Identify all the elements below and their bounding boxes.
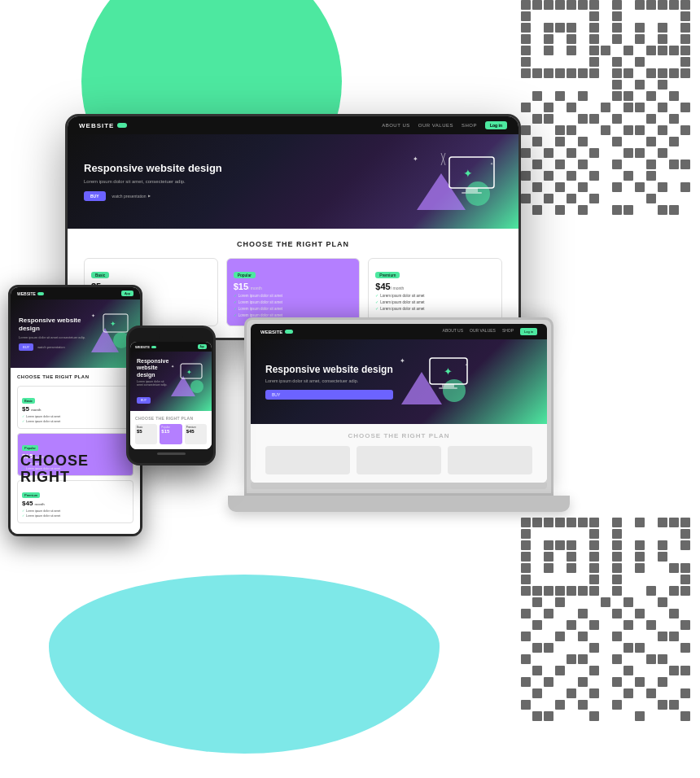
laptop-pricing-section: CHOOSE THE RIGHT PLAN [251,424,547,483]
card-feature-premium-3: Lorem ipsum dolor sit amet [375,306,495,311]
blob-cyan-decoration [49,575,440,754]
svg-rect-68 [578,91,588,101]
svg-rect-19 [544,23,553,33]
svg-rect-204 [612,609,622,618]
laptop-nav-values: OUR VALUES [470,328,496,335]
tablet-pricing-title: CHOOSE THE RIGHT PLAN [17,374,133,379]
svg-rect-214 [555,632,565,641]
phone-mini-card-3: Premium $45 [185,424,207,444]
svg-rect-216 [612,632,622,641]
svg-text:✦: ✦ [400,357,405,365]
svg-text:✦: ✦ [463,167,473,180]
svg-rect-185 [521,586,531,596]
svg-rect-76 [601,103,610,112]
tablet-cta-button[interactable]: App [121,291,133,296]
svg-rect-22 [589,23,599,33]
svg-rect-165 [680,540,690,550]
svg-rect-69 [612,91,622,101]
laptop-login-button[interactable]: Log in [520,328,537,335]
svg-rect-283 [442,384,454,387]
svg-rect-130 [544,194,553,203]
svg-rect-127 [658,182,667,192]
tablet-price-premium: $45 month [22,500,129,507]
card-price-premium: $45/ month [375,282,495,291]
svg-rect-169 [589,552,599,562]
svg-rect-166 [521,552,531,562]
svg-rect-163 [635,540,645,550]
svg-rect-126 [635,182,645,192]
svg-rect-8 [612,0,622,10]
monitor-navbar: WEBSITE ABOUT US OUR VALUES SHOP Log in [68,116,518,134]
monitor-buy-button[interactable]: BUY [84,191,106,201]
svg-rect-23 [612,23,622,33]
monitor-login-button[interactable]: Log in [485,121,507,129]
svg-rect-201 [521,609,531,618]
tablet-hero-subtitle: Lorem ipsum dolor sit amet consectetuer … [19,335,87,339]
svg-rect-89 [555,125,565,135]
svg-rect-197 [555,597,565,607]
phone-hero-title: Responsive website design [137,358,168,378]
svg-rect-107 [635,148,645,158]
phone-pricing-section: CHOOSE THE RIGHT PLAN Basic $5 Popular $… [130,411,212,449]
svg-rect-248 [680,688,690,698]
svg-rect-100 [646,137,656,146]
svg-rect-40 [623,46,633,55]
monitor-nav-about: ABOUT US [382,123,410,128]
svg-rect-131 [567,194,576,203]
tablet-buy-button[interactable]: BUY [19,343,33,351]
card-badge-premium: Premium [375,272,400,278]
svg-rect-236 [680,666,690,675]
laptop-pricing-cards [265,446,532,474]
svg-rect-160 [567,540,576,550]
svg-rect-172 [658,552,667,562]
monitor-nav-shop: SHOP [462,123,477,128]
tablet-watch-button[interactable]: watch presentation [37,345,65,349]
svg-rect-133 [646,194,656,203]
svg-rect-119 [589,171,599,181]
svg-rect-35 [521,46,531,55]
svg-rect-174 [544,563,553,573]
monitor-watch-button[interactable]: watch presentation [112,194,151,199]
choose-right-line2: RIGHT [20,470,89,486]
svg-rect-195 [680,586,690,596]
svg-rect-243 [532,688,542,698]
tablet-logo-dot [37,292,44,295]
phone-buy-button[interactable]: BUY [137,397,151,404]
svg-rect-256 [544,711,553,721]
svg-rect-64 [635,80,645,90]
svg-rect-258 [635,711,645,721]
svg-rect-6 [578,0,588,10]
svg-rect-102 [521,148,531,158]
laptop-buy-button[interactable]: BUY [265,390,393,400]
svg-rect-252 [612,700,622,710]
svg-rect-154 [589,529,599,539]
svg-rect-73 [521,103,531,112]
svg-rect-250 [555,700,565,710]
svg-rect-39 [601,46,610,55]
monitor-logo: WEBSITE [79,122,127,129]
svg-rect-221 [589,643,599,653]
svg-text:✦: ✦ [110,320,116,328]
laptop-hero-text: Responsive website design Lorem ipsum do… [265,364,393,400]
svg-rect-171 [635,552,645,562]
svg-rect-142 [532,518,542,527]
svg-rect-15 [589,11,599,21]
svg-rect-226 [567,654,576,664]
svg-rect-196 [532,597,542,607]
qr-pattern-bottom-right [521,518,700,729]
svg-rect-31 [612,34,622,44]
phone-cta-button[interactable]: App [198,344,207,349]
svg-rect-124 [578,182,588,192]
laptop-base [251,483,547,489]
svg-rect-159 [555,540,565,550]
svg-rect-259 [680,711,690,721]
svg-rect-5 [567,0,576,10]
card-badge-basic: Basic [91,272,109,278]
svg-rect-227 [578,654,588,664]
card-feature-popular-3: Lorem ipsum dolor sit amet [234,306,353,311]
phone-navbar: WEBSITE App [130,342,212,352]
tablet-mockup: WEBSITE App Responsive website design Lo… [8,285,142,536]
svg-rect-108 [658,148,667,158]
svg-rect-183 [612,575,622,584]
laptop-card-1 [265,446,350,474]
